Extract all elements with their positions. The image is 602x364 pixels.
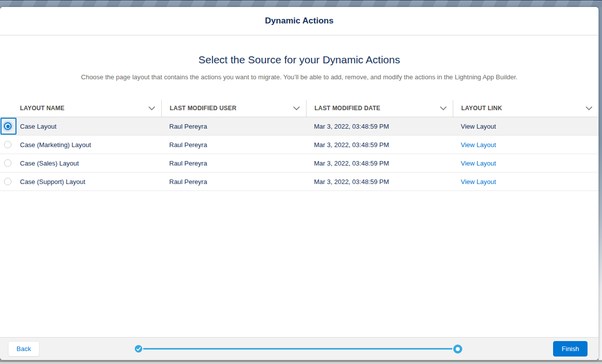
last-modified-date: Mar 3, 2022, 03:48:59 PM	[306, 178, 453, 185]
table-row[interactable]: Case (Support) Layout Raul Pereyra Mar 3…	[0, 173, 599, 191]
layout-name: Case Layout	[20, 123, 56, 130]
layout-name-cell: Case (Support) Layout	[0, 173, 161, 190]
chevron-down-icon[interactable]	[440, 106, 447, 110]
check-icon	[136, 347, 141, 351]
layout-name: Case (Sales) Layout	[20, 160, 79, 167]
last-modified-date: Mar 3, 2022, 03:48:59 PM	[306, 141, 453, 149]
column-header-last-modified-user[interactable]: LAST MODIFIED USER	[161, 100, 306, 117]
page-heading: Select the Source for your Dynamic Actio…	[0, 53, 599, 66]
layout-name: Case (Marketing) Layout	[20, 141, 91, 149]
finish-button[interactable]: Finish	[553, 341, 588, 357]
last-modified-user: Raul Pereyra	[161, 141, 306, 149]
table-row[interactable]: Case Layout Raul Pereyra Mar 3, 2022, 03…	[0, 117, 599, 136]
dynamic-actions-modal: Dynamic Actions Select the Source for yo…	[0, 7, 599, 360]
modal-title: Dynamic Actions	[265, 16, 333, 26]
last-modified-user: Raul Pereyra	[161, 123, 306, 130]
column-header-layout-name[interactable]: LAYOUT NAME	[0, 100, 161, 117]
page-background-bottom-strip	[0, 360, 602, 364]
chevron-down-icon[interactable]	[586, 106, 593, 110]
view-layout-link[interactable]: View Layout	[461, 141, 496, 149]
last-modified-user: Raul Pereyra	[161, 160, 306, 167]
page-subtitle: Choose the page layout that contains the…	[20, 73, 579, 82]
last-modified-date: Mar 3, 2022, 03:48:59 PM	[306, 123, 453, 130]
view-layout-link[interactable]: View Layout	[461, 160, 496, 167]
row-radio[interactable]	[4, 160, 11, 167]
layout-name: Case (Support) Layout	[20, 178, 85, 185]
back-button[interactable]: Back	[8, 341, 39, 357]
modal-header: Dynamic Actions	[0, 7, 599, 35]
layouts-table: LAYOUT NAME LAST MODIFIED USER LAST MODI…	[0, 100, 599, 191]
page-background-top-bar	[0, 0, 602, 7]
progress-step-completed	[135, 345, 142, 353]
layout-name-cell: Case Layout	[0, 117, 161, 135]
view-layout-link[interactable]: View Layout	[461, 178, 496, 185]
page-background-right-strip	[599, 7, 602, 360]
modal-footer: Back Finish	[0, 337, 599, 360]
progress-line	[143, 348, 452, 350]
chevron-down-icon[interactable]	[148, 106, 155, 110]
row-radio-selected[interactable]	[4, 123, 11, 130]
column-header-label: LAST MODIFIED USER	[170, 105, 237, 112]
column-header-label: LAYOUT NAME	[20, 105, 64, 112]
progress-step-current	[453, 345, 462, 354]
column-header-label: LAYOUT LINK	[461, 105, 502, 112]
table-header-row: LAYOUT NAME LAST MODIFIED USER LAST MODI…	[0, 100, 599, 117]
table-row[interactable]: Case (Sales) Layout Raul Pereyra Mar 3, …	[0, 154, 599, 173]
progress-indicator	[135, 338, 462, 360]
last-modified-user: Raul Pereyra	[161, 178, 306, 185]
last-modified-date: Mar 3, 2022, 03:48:59 PM	[306, 160, 453, 167]
column-header-label: LAST MODIFIED DATE	[314, 105, 380, 112]
view-layout-link[interactable]: View Layout	[461, 123, 496, 130]
layout-name-cell: Case (Sales) Layout	[0, 154, 161, 172]
column-header-last-modified-date[interactable]: LAST MODIFIED DATE	[306, 100, 453, 117]
row-radio[interactable]	[4, 178, 11, 185]
modal-body: Select the Source for your Dynamic Actio…	[0, 35, 599, 337]
row-radio[interactable]	[4, 141, 11, 149]
layout-name-cell: Case (Marketing) Layout	[0, 136, 161, 154]
chevron-down-icon[interactable]	[293, 106, 300, 110]
column-header-layout-link[interactable]: LAYOUT LINK	[453, 100, 599, 117]
table-row[interactable]: Case (Marketing) Layout Raul Pereyra Mar…	[0, 136, 599, 154]
